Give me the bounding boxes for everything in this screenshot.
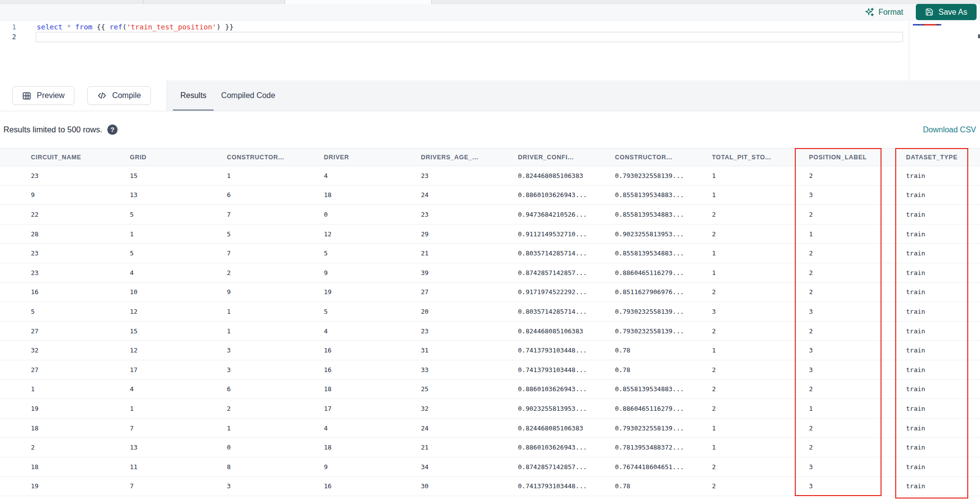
table-cell: 21: [415, 438, 512, 457]
table-cell: 0.9112149532710...: [512, 224, 609, 244]
table-cell: 29: [415, 224, 512, 244]
table-cell: train: [900, 282, 980, 302]
line-number-gutter: 12: [0, 22, 24, 42]
table-cell: train: [900, 418, 980, 438]
table-cell: 13: [123, 438, 220, 457]
table-cell: 0.8860465116279...: [609, 263, 706, 282]
table-cell: train: [900, 457, 980, 476]
table-cell: train: [900, 224, 980, 244]
save-as-button[interactable]: Save As: [916, 4, 977, 20]
column-header: TOTAL_PIT_STO...: [706, 149, 803, 166]
table-cell: 10: [123, 282, 220, 302]
table-cell: 20: [415, 302, 512, 322]
table-row: 191217320.9023255813953...0.886046511627…: [0, 399, 980, 419]
table-cell: 6: [220, 185, 318, 205]
table-cell: 19: [0, 399, 123, 419]
table-cell: 28: [0, 224, 123, 244]
table-cell: train: [900, 263, 980, 282]
table-cell: 13: [123, 185, 220, 205]
results-limit-text: Results limited to 500 rows.: [3, 125, 102, 134]
preview-button[interactable]: Preview: [12, 86, 74, 105]
table-cell: 17: [123, 360, 220, 379]
table-row: 14618250.8860103626943...0.8558139534883…: [0, 379, 980, 399]
table-cell: 2: [803, 418, 900, 438]
table-cell: 0.7674418604651...: [609, 457, 706, 476]
code-token: 'train_test_position': [126, 23, 216, 31]
column-header: DATASET_TYPE: [900, 149, 980, 166]
table-cell: 32: [0, 341, 123, 360]
table-cell: 12: [318, 224, 415, 244]
table-row: 281512290.9112149532710...0.902325581395…: [0, 224, 980, 244]
table-cell: 3: [803, 476, 900, 496]
download-csv-link[interactable]: Download CSV: [923, 125, 977, 134]
table-cell: 27: [0, 321, 123, 341]
table-body: 231514230.8244680851063830.7930232558139…: [0, 166, 980, 496]
table-cell: 0.78: [609, 360, 706, 379]
table-cell: 3: [803, 302, 900, 322]
table-cell: 5: [318, 302, 415, 322]
results-tabs: ResultsCompiled Code: [167, 80, 980, 111]
table-cell: 23: [0, 263, 123, 282]
table-cell: train: [900, 205, 980, 225]
table-row: 181189340.8742857142857...0.767441860465…: [0, 457, 980, 476]
table-cell: 39: [415, 263, 512, 282]
tab-divider: [143, 0, 144, 4]
table-cell: 0.7930232558139...: [609, 418, 706, 438]
table-cell: 2: [803, 282, 900, 302]
table-cell: 0.8558139534883...: [609, 205, 706, 225]
help-icon[interactable]: ?: [107, 125, 118, 135]
table-cell: 7: [123, 476, 220, 496]
table-cell: train: [900, 476, 980, 496]
code-token: *: [67, 23, 71, 31]
table-cell: 0.7930232558139...: [609, 321, 706, 341]
table-cell: 2: [706, 282, 803, 302]
code-line-1[interactable]: select * from {{ ref('train_test_positio…: [37, 22, 234, 32]
table-cell: 31: [415, 341, 512, 360]
table-cell: 15: [123, 321, 220, 341]
scrollbar-thumb[interactable]: [978, 34, 980, 38]
table-cell: 0.7930232558139...: [609, 166, 706, 186]
active-editor-tab[interactable]: [285, 0, 431, 4]
save-icon: [925, 8, 933, 16]
table-row: 22570230.9473684210526...0.8558139534883…: [0, 205, 980, 225]
table-cell: train: [900, 360, 980, 379]
active-line-highlight[interactable]: [36, 32, 903, 42]
table-cell: 30: [415, 476, 512, 496]
table-cell: 19: [318, 282, 415, 302]
table-cell: 18: [318, 379, 415, 399]
tab-compiled-code[interactable]: Compiled Code: [214, 80, 282, 111]
code-icon: [97, 91, 107, 100]
table-row: 23575210.8035714285714...0.8558139534883…: [0, 244, 980, 263]
table-cell: 1: [706, 244, 803, 263]
tab-results[interactable]: Results: [173, 80, 214, 111]
table-cell: 0.7413793103448...: [512, 476, 609, 496]
table-cell: 16: [0, 282, 123, 302]
table-cell: 0.9473684210526...: [512, 205, 609, 225]
editor-tab-strip[interactable]: [0, 0, 980, 4]
table-cell: 0.8860103626943...: [512, 379, 609, 399]
code-token: ref: [109, 23, 122, 31]
sql-editor[interactable]: 12 select * from {{ ref('train_test_posi…: [0, 21, 980, 80]
table-cell: 0.824468085106383: [512, 321, 609, 341]
table-cell: 24: [415, 185, 512, 205]
results-table-container: CIRCUIT_NAMEGRIDCONSTRUCTOR...DRIVERDRIV…: [0, 148, 980, 496]
sparkles-icon: [865, 7, 874, 17]
column-header: DRIVER_CONFI...: [512, 149, 609, 166]
table-cell: 0.8558139534883...: [609, 244, 706, 263]
table-cell: 34: [415, 457, 512, 476]
table-cell: 0.9171974522292...: [512, 282, 609, 302]
format-button[interactable]: Format: [865, 7, 904, 17]
table-cell: 0.8860465116279...: [609, 399, 706, 419]
table-cell: 3: [803, 185, 900, 205]
table-cell: 3: [220, 341, 318, 360]
table-cell: 0.824468085106383: [512, 418, 609, 438]
table-row: 2717316330.7413793103448...0.7823train: [0, 360, 980, 379]
table-cell: 1: [706, 418, 803, 438]
table-cell: 0: [318, 205, 415, 225]
table-cell: 1: [706, 166, 803, 186]
compile-button[interactable]: Compile: [87, 86, 151, 105]
table-cell: 1: [706, 185, 803, 205]
table-cell: 4: [123, 379, 220, 399]
table-cell: 2: [706, 321, 803, 341]
minimap[interactable]: [909, 22, 979, 79]
